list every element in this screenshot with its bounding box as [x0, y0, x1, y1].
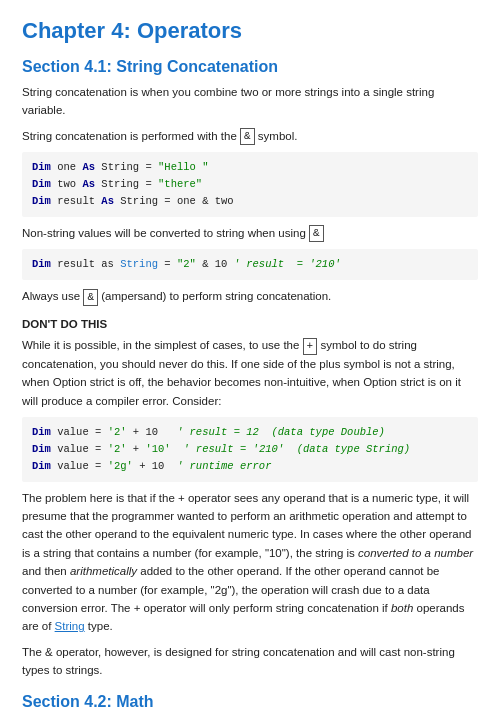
- code-block-3: Dim value = '2' + 10 ' result = 12 (data…: [22, 417, 478, 481]
- section-41-title: Section 4.1: String Concatenation: [22, 58, 478, 76]
- chapter-title: Chapter 4: Operators: [22, 18, 478, 44]
- ampersand-box-3: &: [83, 289, 98, 306]
- concat-intro: String concatenation is performed with t…: [22, 130, 237, 142]
- code-block-2: Dim result as String = "2" & 10 ' result…: [22, 249, 478, 280]
- dont-do-this-label: DON'T DO THIS: [22, 315, 478, 333]
- non-string-note: Non-string values will be converted to s…: [22, 224, 478, 243]
- dont-body-para: While it is possible, in the simplest of…: [22, 336, 478, 410]
- plus-box: +: [303, 338, 318, 355]
- last-para-41: The & operator, however, is designed for…: [22, 643, 478, 680]
- problem-para: The problem here is that if the + operat…: [22, 489, 478, 636]
- always-note-para: Always use & (ampersand) to perform stri…: [22, 287, 478, 306]
- intro-para-1: String concatenation is when you combine…: [22, 83, 478, 120]
- section-42-title: Section 4.2: Math: [22, 693, 478, 707]
- symbol-note: symbol.: [258, 130, 298, 142]
- ampersand-box-2: &: [309, 225, 324, 242]
- ampersand-box: &: [240, 128, 255, 145]
- concat-symbol-para: String concatenation is performed with t…: [22, 127, 478, 146]
- code-block-1: Dim one As String = "Hello " Dim two As …: [22, 152, 478, 216]
